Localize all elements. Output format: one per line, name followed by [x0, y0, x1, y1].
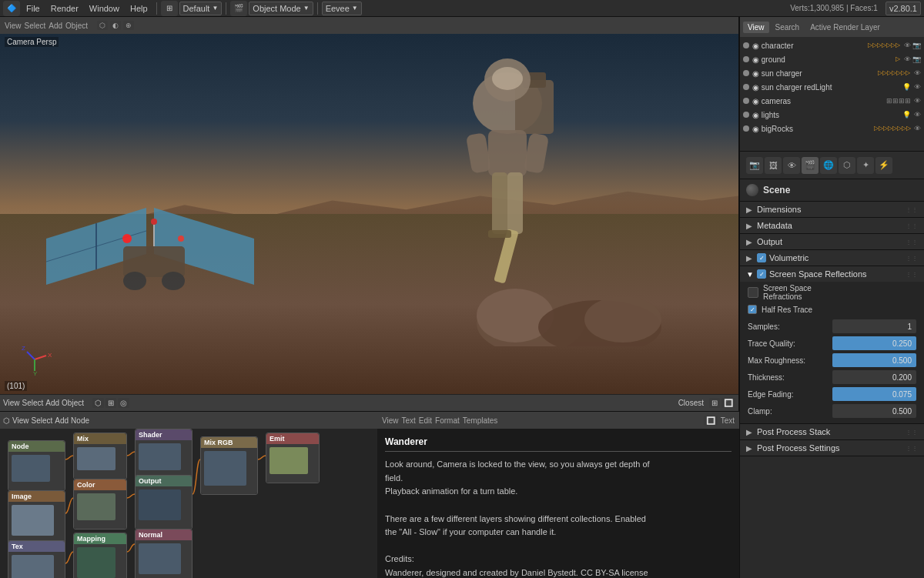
- section-postsettings-header[interactable]: ▶ Post Process Settings ⋮⋮: [740, 440, 924, 456]
- ssr-body: Screen Space Refractions Half Res Trace …: [740, 282, 924, 423]
- outliner-dot: [743, 98, 749, 104]
- info-templates[interactable]: Templates: [463, 416, 498, 425]
- vp-object-btn[interactable]: Object: [62, 399, 84, 407]
- tracequality-value[interactable]: 0.250: [832, 336, 916, 350]
- section-poststack-header[interactable]: ▶ Post Process Stack ⋮⋮: [740, 424, 924, 439]
- section-metadata-header[interactable]: ▶ Metadata ⋮⋮: [740, 218, 924, 233]
- node-box-3[interactable]: Shader: [135, 429, 192, 479]
- info-format[interactable]: Format: [435, 416, 460, 425]
- node-editor[interactable]: ⬡ View Select Add Node Node Mix: [0, 412, 377, 578]
- arrow-volumetric: ▶: [746, 254, 754, 262]
- menu-window[interactable]: Window: [85, 2, 124, 15]
- node-box-1[interactable]: Node: [8, 440, 65, 491]
- section-dimensions-header[interactable]: ▶ Dimensions ⋮⋮: [740, 202, 924, 217]
- viewport-overlay[interactable]: ⊕: [123, 21, 134, 30]
- section-postsettings: ▶ Post Process Settings ⋮⋮: [740, 440, 924, 456]
- node-box-6[interactable]: Output: [135, 475, 192, 530]
- viewport-area: View Select Add Object ⬡ ◐ ⊕: [0, 17, 739, 578]
- section-dots: ⋮⋮: [906, 206, 918, 213]
- svg-rect-7: [488, 230, 511, 238]
- vp-icon5[interactable]: 🔳: [721, 398, 735, 408]
- prop-icon-output[interactable]: 🖼: [765, 157, 782, 174]
- viewport-shading[interactable]: ◐: [110, 21, 121, 30]
- refractions-checkbox[interactable]: [748, 287, 758, 298]
- outliner-tab-search[interactable]: Search: [771, 22, 805, 33]
- ssr-label: Screen Space Reflections: [769, 269, 902, 279]
- maxroughness-value[interactable]: 0.500: [832, 353, 916, 367]
- viewport-3d[interactable]: View Select Add Object ⬡ ◐ ⊕: [0, 17, 739, 411]
- outliner-tab-render-layer[interactable]: Active Render Layer: [805, 22, 885, 33]
- vp-icon3[interactable]: ◎: [118, 398, 129, 408]
- node-canvas[interactable]: Node Mix Shader: [0, 429, 377, 578]
- prop-icon-render[interactable]: 📷: [746, 157, 763, 174]
- node-box-2[interactable]: Mix: [73, 433, 127, 479]
- menu-file[interactable]: File: [22, 2, 45, 15]
- node-box-4[interactable]: Image: [8, 490, 65, 545]
- viewport-tool[interactable]: ⬡: [97, 21, 108, 30]
- vp-select-btn[interactable]: Select: [22, 399, 44, 407]
- volumetric-checkbox[interactable]: [757, 253, 766, 262]
- vp-add-btn[interactable]: Add: [45, 399, 59, 407]
- info-edit[interactable]: Edit: [419, 416, 432, 425]
- prop-icon-scene[interactable]: 🎬: [802, 157, 819, 174]
- menu-render[interactable]: Render: [46, 2, 83, 15]
- view-menu[interactable]: View: [5, 22, 22, 30]
- nd-view[interactable]: View: [12, 416, 29, 425]
- vp-icon1[interactable]: ⬡: [92, 398, 104, 408]
- vp-view-btn[interactable]: View: [3, 399, 20, 407]
- section-volumetric-header[interactable]: ▶ Volumetric ⋮⋮: [740, 250, 924, 266]
- samples-value[interactable]: 1: [832, 319, 916, 333]
- outliner-dot: [743, 84, 749, 90]
- add-menu[interactable]: Add: [49, 22, 62, 30]
- object-mode-dropdown[interactable]: Object Mode ▼: [249, 2, 313, 15]
- outliner-row-suncharger-redlight[interactable]: ◉ sun charger redLight 💡 👁: [740, 80, 924, 94]
- object-menu[interactable]: Object: [65, 22, 88, 30]
- nd-node[interactable]: Node: [71, 416, 89, 425]
- nd-select[interactable]: Select: [32, 416, 53, 425]
- outliner-row-ground[interactable]: ◉ ground ▷ 👁 📷: [740, 52, 924, 66]
- svg-rect-8: [466, 132, 491, 174]
- info-view[interactable]: View: [382, 416, 399, 425]
- select-menu[interactable]: Select: [25, 22, 46, 30]
- prop-icon-view[interactable]: 👁: [783, 157, 800, 174]
- node-box-8[interactable]: Emit: [266, 433, 320, 483]
- node-box-7[interactable]: Mix RGB: [200, 436, 258, 495]
- render-engine-dropdown[interactable]: Eevee ▼: [322, 2, 362, 15]
- vp-icon4[interactable]: ⊞: [709, 398, 720, 408]
- svg-text:Z: Z: [22, 345, 25, 352]
- separator3: [317, 2, 318, 15]
- prop-icon-object[interactable]: ⬡: [839, 157, 855, 174]
- node-box-11[interactable]: Normal: [135, 529, 192, 578]
- outliner-row-bigrocks[interactable]: ◉ bigRocks ▷▷▷▷▷▷▷▷ 👁: [740, 122, 924, 135]
- section-ssr-header[interactable]: ▼ Screen Space Reflections ⋮⋮: [740, 266, 924, 282]
- outliner-row-lights[interactable]: ◉ lights 💡 👁: [740, 108, 924, 122]
- vp-icon2[interactable]: ⊞: [105, 398, 116, 408]
- outliner-tab-view[interactable]: View: [743, 22, 769, 33]
- outliner-row-cameras[interactable]: ◉ cameras ⊞⊞⊞⊞ 👁: [740, 94, 924, 108]
- menu-help[interactable]: Help: [126, 2, 152, 15]
- halfres-checkbox[interactable]: [748, 305, 757, 314]
- prop-icon-physics[interactable]: ⚡: [875, 157, 892, 174]
- nd-add[interactable]: Add: [55, 416, 69, 425]
- viewport-canvas[interactable]: Camera Persp X Z Y (101): [0, 34, 738, 394]
- clamp-value[interactable]: 0.500: [832, 404, 916, 418]
- viewport-bottom-bar: View Select Add Object ⬡ ⊞ ◎ Closest ⊞ 🔳: [0, 394, 738, 411]
- node-box-5[interactable]: Color: [73, 479, 127, 530]
- edgefading-value[interactable]: 0.075: [832, 387, 916, 401]
- svg-point-18: [178, 236, 184, 242]
- prop-icon-world[interactable]: 🌐: [820, 157, 837, 174]
- tracequality-label: Trace Quality:: [748, 339, 832, 348]
- info-text[interactable]: Text: [402, 416, 416, 425]
- outliner-dot: [743, 56, 749, 62]
- info-panel: View Text Edit Format Templates 🔳 Text W…: [377, 412, 739, 578]
- section-output-header[interactable]: ▶ Output ⋮⋮: [740, 234, 924, 249]
- node-box-10[interactable]: Mapping: [73, 533, 127, 578]
- arrow-poststack: ▶: [746, 428, 754, 436]
- thickness-value[interactable]: 0.200: [832, 370, 916, 384]
- outliner-row-suncharger[interactable]: ◉ sun charger ▷▷▷▷▷▷▷ 👁: [740, 66, 924, 80]
- ssr-main-checkbox[interactable]: [757, 269, 766, 279]
- workspace-dropdown[interactable]: Default ▼: [179, 2, 223, 15]
- prop-icon-particles[interactable]: ✦: [857, 157, 874, 174]
- node-box-9[interactable]: Tex: [8, 540, 65, 578]
- outliner-row-character[interactable]: ◉ character ▷▷▷▷▷▷▷ 👁 📷: [740, 38, 924, 52]
